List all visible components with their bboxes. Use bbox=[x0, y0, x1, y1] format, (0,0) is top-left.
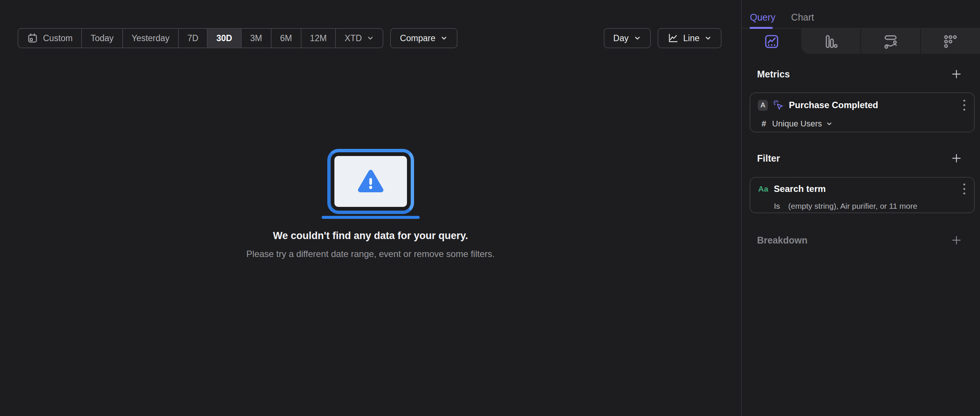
filter-card[interactable]: Aa Search term Is (empty string), Air pu… bbox=[749, 177, 975, 213]
chevron-down-icon bbox=[704, 34, 712, 42]
chart-type-dropdown[interactable]: Line bbox=[657, 28, 722, 48]
tab-chart[interactable]: Chart bbox=[791, 12, 814, 23]
line-chart-icon bbox=[667, 33, 679, 44]
filter-operator[interactable]: Is bbox=[774, 202, 780, 210]
metrics-section-header: Metrics bbox=[757, 69, 962, 80]
breakdown-heading: Breakdown bbox=[757, 235, 808, 246]
date-range-12m[interactable]: 12M bbox=[301, 29, 336, 48]
add-metric-button[interactable] bbox=[951, 69, 962, 80]
date-range-label: Custom bbox=[43, 33, 73, 43]
laptop-error-illustration bbox=[327, 149, 414, 214]
query-sidebar: Query Chart bbox=[741, 0, 980, 416]
date-range-today[interactable]: Today bbox=[82, 29, 123, 48]
flows-icon bbox=[883, 33, 899, 49]
tab-funnels[interactable] bbox=[801, 29, 860, 54]
add-filter-button[interactable] bbox=[951, 153, 962, 164]
retention-icon bbox=[943, 33, 958, 49]
calendar-icon bbox=[27, 33, 38, 44]
metric-letter-badge: A bbox=[758, 100, 768, 111]
aggregation-symbol: # bbox=[762, 119, 766, 129]
metric-row: A Purchase Completed bbox=[758, 99, 966, 112]
filter-row: Aa Search term bbox=[758, 183, 966, 195]
metric-event-name[interactable]: Purchase Completed bbox=[789, 100, 878, 110]
date-range-30d-selected[interactable]: 30D bbox=[208, 29, 241, 48]
filter-condition-row: Is (empty string), Air purifier, or 11 m… bbox=[774, 202, 974, 210]
empty-state-title: We couldn't find any data for your query… bbox=[273, 230, 468, 242]
metric-aggregation-row: # Unique Users bbox=[762, 119, 974, 129]
tab-insights-active[interactable] bbox=[742, 29, 801, 54]
filter-section-header: Filter bbox=[757, 153, 962, 164]
chart-toolbar: Custom Today Yesterday 7D 30D 3M 6M 12M … bbox=[18, 28, 722, 48]
filter-heading: Filter bbox=[757, 153, 780, 164]
date-range-3m[interactable]: 3M bbox=[242, 29, 272, 48]
string-property-icon: Aa bbox=[758, 185, 768, 193]
filter-property-name[interactable]: Search term bbox=[774, 184, 826, 194]
laptop-base bbox=[322, 216, 420, 219]
chevron-down-icon bbox=[367, 34, 374, 42]
granularity-dropdown[interactable]: Day bbox=[604, 28, 651, 48]
chevron-down-icon bbox=[440, 34, 448, 42]
chevron-down-icon bbox=[634, 34, 641, 42]
active-tab-indicator bbox=[749, 27, 773, 29]
empty-state-subtitle: Please try a different date range, event… bbox=[247, 249, 495, 259]
event-cursor-icon bbox=[773, 99, 784, 111]
chevron-down-icon bbox=[826, 120, 833, 127]
report-type-tabs-inactive bbox=[801, 29, 980, 54]
metric-card[interactable]: A Purchase Completed # Unique Users bbox=[749, 92, 975, 132]
date-range-custom[interactable]: Custom bbox=[18, 29, 82, 48]
insights-icon bbox=[764, 33, 780, 49]
sidebar-tabs: Query Chart bbox=[742, 0, 980, 29]
metrics-heading: Metrics bbox=[757, 69, 790, 80]
metric-options-kebab-icon[interactable] bbox=[963, 99, 966, 112]
add-breakdown-button[interactable] bbox=[951, 234, 962, 246]
report-type-tabs bbox=[742, 29, 980, 54]
date-range-group: Custom Today Yesterday 7D 30D 3M 6M 12M … bbox=[18, 28, 383, 48]
warning-triangle-icon bbox=[357, 169, 384, 194]
date-range-yesterday[interactable]: Yesterday bbox=[123, 29, 179, 48]
empty-state: We couldn't find any data for your query… bbox=[0, 149, 741, 259]
filter-values[interactable]: (empty string), Air purifier, or 11 more bbox=[788, 202, 917, 210]
funnels-icon bbox=[823, 33, 838, 49]
tab-query[interactable]: Query bbox=[750, 12, 775, 23]
date-range-7d[interactable]: 7D bbox=[179, 29, 208, 48]
tab-retention[interactable] bbox=[920, 29, 980, 54]
main-canvas: Custom Today Yesterday 7D 30D 3M 6M 12M … bbox=[0, 0, 741, 416]
date-range-xtd[interactable]: XTD bbox=[336, 29, 383, 48]
filter-options-kebab-icon[interactable] bbox=[963, 183, 966, 195]
laptop-screen bbox=[334, 156, 407, 207]
breakdown-section-header: Breakdown bbox=[757, 234, 962, 246]
tab-flows[interactable] bbox=[860, 29, 920, 54]
date-range-6m[interactable]: 6M bbox=[272, 29, 301, 48]
aggregation-dropdown[interactable]: Unique Users bbox=[772, 119, 832, 129]
compare-button[interactable]: Compare bbox=[390, 28, 457, 48]
